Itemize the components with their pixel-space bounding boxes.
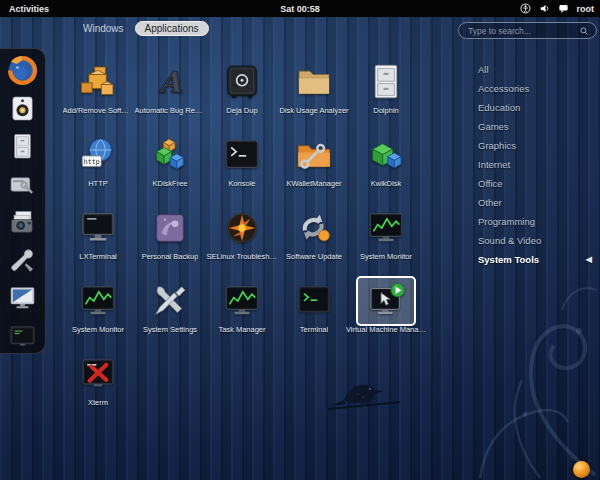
media-player-icon bbox=[8, 94, 37, 123]
app-label: HTTP bbox=[88, 179, 108, 188]
category-games[interactable]: Games ◀ bbox=[478, 117, 596, 136]
dock-item-display-settings[interactable] bbox=[4, 282, 42, 314]
system-tools-icon bbox=[8, 246, 37, 275]
firefox-icon bbox=[5, 53, 40, 88]
app-tile-konsole[interactable]: Konsole bbox=[206, 131, 278, 204]
app-label: Virtual Machine Manager bbox=[346, 325, 426, 334]
status-accessibility[interactable] bbox=[520, 3, 531, 14]
app-label: System Monitor bbox=[72, 325, 124, 334]
screenshot-icon bbox=[8, 322, 37, 351]
status-volume[interactable] bbox=[539, 3, 550, 14]
app-label: Xterm bbox=[88, 398, 108, 407]
search-box[interactable] bbox=[458, 22, 597, 39]
dock-item-file-manager[interactable] bbox=[4, 130, 42, 162]
distro-logo bbox=[573, 461, 590, 478]
dock-item-screenshot-tool[interactable] bbox=[4, 320, 42, 352]
terminal-icon bbox=[294, 281, 334, 321]
status-messaging[interactable] bbox=[558, 3, 569, 14]
category-other[interactable]: Other ◀ bbox=[478, 193, 596, 212]
selected-category-arrow: ◀ bbox=[586, 250, 592, 269]
app-tile-system-monitor[interactable]: System Monitor bbox=[350, 204, 422, 277]
search-icon bbox=[579, 26, 589, 36]
clock[interactable]: Sat 00:58 bbox=[280, 4, 320, 14]
app-tile-selinux-troubleshooter[interactable]: SELinux Troubleshooter bbox=[206, 204, 278, 277]
app-tile-automatic-bug-report[interactable]: A Automatic Bug Report... bbox=[134, 58, 206, 131]
category-education[interactable]: Education ◀ bbox=[478, 98, 596, 117]
category-list: All ◀ Accessories ◀ Education ◀ Games ◀ … bbox=[478, 60, 596, 269]
svg-text:A: A bbox=[158, 65, 182, 99]
status-area: root bbox=[520, 3, 600, 14]
app-label: Terminal bbox=[300, 325, 328, 334]
app-tile-dolphin[interactable]: Dolphin bbox=[350, 58, 422, 131]
category-office[interactable]: Office ◀ bbox=[478, 174, 596, 193]
packages-icon bbox=[78, 62, 118, 102]
cube2-icon bbox=[366, 135, 406, 175]
selinux-icon bbox=[222, 208, 262, 248]
category-internet[interactable]: Internet ◀ bbox=[478, 155, 596, 174]
app-tile-kdiskfree[interactable]: KDiskFree bbox=[134, 131, 206, 204]
app-grid: Add/Remove Software A Automatic Bug Repo… bbox=[62, 58, 428, 423]
app-tile-add-remove-software[interactable]: Add/Remove Software bbox=[62, 58, 134, 131]
app-tile-deja-dup[interactable]: Deja Dup bbox=[206, 58, 278, 131]
category-programming[interactable]: Programming ◀ bbox=[478, 212, 596, 231]
disk-utility-icon bbox=[8, 170, 37, 199]
app-tile-software-update[interactable]: Software Update bbox=[278, 204, 350, 277]
app-tile-kwalletmanager[interactable]: KWalletManager bbox=[278, 131, 350, 204]
cubes-icon bbox=[150, 135, 190, 175]
app-tile-terminal[interactable]: Terminal bbox=[278, 277, 350, 350]
top-bar: Activities Sat 00:58 root bbox=[0, 0, 600, 17]
category-sound-video[interactable]: Sound & Video ◀ bbox=[478, 231, 596, 250]
photo-manager-icon bbox=[8, 208, 37, 237]
sysmon-icon bbox=[222, 281, 262, 321]
accessibility-icon bbox=[520, 3, 531, 14]
status-icons bbox=[520, 3, 569, 14]
search-input[interactable] bbox=[466, 25, 579, 37]
app-tile-virtual-machine-manager[interactable]: Virtual Machine Manager bbox=[350, 277, 422, 350]
category-system-tools[interactable]: System Tools ◀ bbox=[478, 250, 596, 269]
file-cabinet-icon bbox=[366, 62, 406, 102]
dock-item-disk-utility[interactable] bbox=[4, 168, 42, 200]
settings-icon bbox=[150, 281, 190, 321]
app-label: Add/Remove Software bbox=[63, 106, 134, 115]
dock-item-photo-manager[interactable] bbox=[4, 206, 42, 238]
category-accessories[interactable]: Accessories ◀ bbox=[478, 79, 596, 98]
chat-icon bbox=[558, 3, 569, 14]
dock-item-system-tools[interactable] bbox=[4, 244, 42, 276]
dock-item-media-player[interactable] bbox=[4, 92, 42, 124]
category-graphics[interactable]: Graphics ◀ bbox=[478, 136, 596, 155]
app-tile-kwikdisk[interactable]: KwikDisk bbox=[350, 131, 422, 204]
category-all[interactable]: All ◀ bbox=[478, 60, 596, 79]
app-tile-lxterminal[interactable]: LXTerminal bbox=[62, 204, 134, 277]
activities-button[interactable]: Activities bbox=[0, 4, 58, 14]
app-label: System Monitor bbox=[360, 252, 412, 261]
sysmon-icon bbox=[366, 208, 406, 248]
app-label: Software Update bbox=[286, 252, 342, 261]
xterm-icon bbox=[78, 354, 118, 394]
app-label: Deja Dup bbox=[226, 106, 257, 115]
konsole-icon bbox=[222, 135, 262, 175]
desktop-overview: Activities Sat 00:58 root Windows Applic… bbox=[0, 0, 600, 480]
app-label: Konsole bbox=[228, 179, 255, 188]
app-tile-personal-backup[interactable]: Personal Backup bbox=[134, 204, 206, 277]
app-tile-system-monitor[interactable]: System Monitor bbox=[62, 277, 134, 350]
app-label: Task Manager bbox=[218, 325, 265, 334]
tab-windows[interactable]: Windows bbox=[83, 23, 124, 34]
tab-applications[interactable]: Applications bbox=[135, 21, 209, 36]
app-tile-xterm[interactable]: Xterm bbox=[62, 350, 134, 423]
view-tabs: Windows Applications bbox=[83, 21, 209, 36]
volume-icon bbox=[539, 3, 550, 14]
globe-http-icon: http bbox=[78, 135, 118, 175]
dock-item-firefox[interactable] bbox=[4, 54, 42, 86]
app-label: Personal Backup bbox=[142, 252, 199, 261]
app-label: Automatic Bug Report... bbox=[135, 106, 206, 115]
app-label: Dolphin bbox=[373, 106, 398, 115]
app-tile-disk-usage-analyzer[interactable]: Disk Usage Analyzer bbox=[278, 58, 350, 131]
sysmon-icon bbox=[78, 281, 118, 321]
floral-flourish bbox=[480, 288, 596, 478]
app-tile-http[interactable]: http HTTP bbox=[62, 131, 134, 204]
app-tile-system-settings[interactable]: System Settings bbox=[134, 277, 206, 350]
user-menu[interactable]: root bbox=[577, 4, 595, 14]
svg-text:http: http bbox=[84, 158, 100, 166]
app-tile-task-manager[interactable]: Task Manager bbox=[206, 277, 278, 350]
folder-icon bbox=[294, 62, 334, 102]
